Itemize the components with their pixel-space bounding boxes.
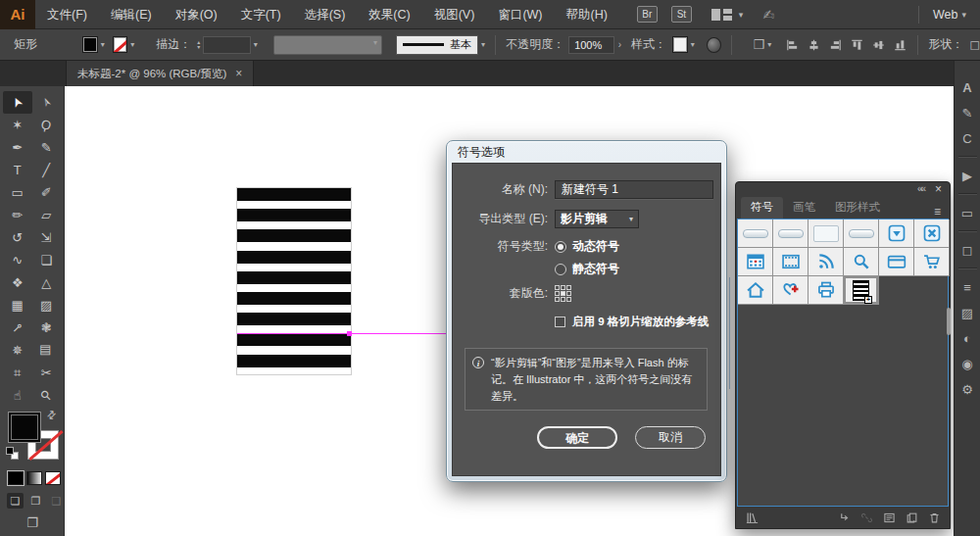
menu-对象[interactable]: 对象(O) (164, 0, 229, 29)
close-tab-icon[interactable]: × (235, 67, 242, 80)
symbol-credit-card[interactable] (879, 248, 914, 276)
panel-tab-符号[interactable]: 符号 (741, 197, 783, 219)
hand-tool[interactable]: ☝ (3, 384, 32, 407)
menu-文字[interactable]: 文字(T) (229, 0, 293, 29)
nine-slice-checkbox[interactable] (555, 317, 565, 327)
gradient-button[interactable] (26, 471, 42, 485)
dock-color-guide-icon[interactable]: C (955, 125, 980, 151)
symbol-new-symbol-stripes[interactable]: + (844, 276, 879, 305)
none-button[interactable] (45, 471, 61, 485)
zoom-tool[interactable]: ⚲ (32, 384, 62, 407)
dock-settings-icon[interactable]: ⚙ (955, 376, 980, 402)
selection-tool[interactable]: ➤ (3, 91, 32, 114)
symbol-shopping-cart[interactable] (914, 248, 950, 276)
symbol-bar-button-3[interactable] (844, 219, 879, 248)
striped-artwork[interactable] (237, 188, 351, 374)
width-tool[interactable]: ∿ (3, 249, 32, 271)
align-left-icon[interactable] (785, 38, 800, 52)
symbol-calendar[interactable] (738, 248, 773, 276)
rotate-tool[interactable]: ↺ (3, 226, 32, 249)
opacity-field[interactable]: 100% (568, 36, 614, 54)
direct-selection-tool[interactable]: ➢ (32, 91, 62, 114)
blend-tool[interactable]: ❃ (32, 317, 62, 339)
dock-symbols-panel-icon[interactable]: ◉ (955, 351, 980, 376)
menu-效果[interactable]: 效果(C) (357, 0, 421, 29)
default-fill-stroke-icon[interactable] (6, 447, 19, 460)
symbol-dropdown-button[interactable] (879, 219, 914, 248)
line-segment-tool[interactable]: ╱ (32, 159, 62, 181)
align-bottom-icon[interactable] (893, 38, 907, 52)
align-right-icon[interactable] (828, 38, 843, 52)
delete-symbol-icon[interactable] (928, 512, 941, 524)
style-swatch[interactable] (672, 36, 688, 53)
stock-button[interactable]: St (671, 6, 692, 23)
symbol-options-icon[interactable] (883, 512, 896, 524)
curvature-tool[interactable]: ✎ (32, 136, 62, 159)
dock-appearance-panel-icon[interactable]: ◐ (955, 325, 980, 351)
panel-tab-画笔[interactable]: 画笔 (783, 197, 825, 219)
symbol-home[interactable] (738, 276, 773, 305)
panel-tab-图形样式[interactable]: 图形样式 (825, 197, 890, 219)
scale-tool[interactable]: ⇲ (32, 226, 62, 249)
type-tool[interactable]: T (3, 159, 32, 181)
eraser-tool[interactable]: ▱ (32, 204, 62, 226)
stroke-stepper[interactable]: ▴▾ (197, 40, 200, 50)
width-profile-dropdown[interactable] (273, 35, 382, 55)
align-center-icon[interactable] (807, 38, 821, 52)
draw-behind-mode[interactable]: ❐ (27, 493, 44, 509)
shape-widget-icon[interactable]: ◻ (969, 37, 980, 52)
dock-artboard-panel-icon[interactable]: ▭ (955, 200, 980, 225)
column-graph-tool[interactable]: ▥ (32, 339, 62, 362)
menu-帮助[interactable]: 帮助(H) (555, 0, 619, 29)
symbol-bar-button-2[interactable] (773, 219, 808, 248)
eyedropper-tool[interactable]: ⊸ (3, 317, 32, 339)
align-middle-icon[interactable] (871, 38, 886, 52)
bridge-button[interactable]: Br (637, 6, 658, 23)
dynamic-symbol-radio[interactable] (555, 241, 566, 253)
slice-tool[interactable]: ✂ (32, 362, 62, 384)
new-symbol-icon[interactable] (906, 512, 918, 524)
static-symbol-radio[interactable] (555, 264, 566, 275)
draw-normal-mode[interactable]: ❏ (7, 493, 24, 509)
shape-properties-icon[interactable]: ❒ (754, 37, 765, 52)
symbol-sprayer-tool[interactable]: ✵ (3, 339, 32, 362)
symbol-panel-rect[interactable] (808, 219, 844, 248)
symbol-printer[interactable] (808, 276, 844, 305)
dock-stroke-panel-icon[interactable]: ≡ (955, 274, 980, 300)
export-type-dropdown[interactable]: 影片剪辑▾ (555, 210, 639, 228)
menu-视图[interactable]: 视图(V) (422, 0, 487, 29)
opacity-expand-arrow[interactable]: › (618, 39, 621, 50)
dialog-title[interactable]: 符号选项 (447, 141, 726, 162)
shaper-tool[interactable]: ✏ (3, 204, 32, 226)
workspace-switcher[interactable]: Web (933, 8, 957, 22)
shape-builder-tool[interactable]: ❖ (3, 271, 32, 294)
share-feedback-icon[interactable]: ✍ (762, 7, 774, 23)
dock-gradient-panel-icon[interactable]: ▨ (955, 300, 980, 325)
pen-tool[interactable]: ✒ (3, 136, 32, 159)
perspective-grid-tool[interactable]: △ (32, 271, 62, 294)
brush-definition-dropdown[interactable]: 基本 (396, 35, 478, 55)
layout-switcher-icon[interactable]: ▾ (711, 9, 744, 21)
registration-point-selector[interactable] (555, 285, 571, 302)
menu-编辑[interactable]: 编辑(E) (99, 0, 164, 29)
document-tab[interactable]: 未标题-2* @ 96% (RGB/预览) × (66, 61, 254, 86)
stroke-weight-field[interactable] (203, 36, 250, 54)
symbol-search[interactable] (844, 248, 879, 276)
screen-mode-button[interactable]: ❐ (0, 515, 65, 530)
menu-文件[interactable]: 文件(F) (35, 0, 99, 29)
library-icon[interactable] (745, 511, 760, 525)
dock-swatches-icon[interactable]: ✎ (955, 100, 980, 125)
fill-color-swatch[interactable] (82, 36, 98, 53)
paintbrush-tool[interactable]: ✐ (32, 181, 62, 204)
symbol-bar-button-1[interactable] (738, 219, 773, 248)
dock-actions-icon[interactable]: ▶ (955, 163, 980, 188)
rectangle-tool[interactable]: ▭ (3, 181, 32, 204)
recolor-artwork-icon[interactable] (707, 37, 721, 53)
free-transform-tool[interactable]: ❏ (32, 249, 62, 271)
lasso-tool[interactable]: Ϙ (32, 114, 62, 136)
symbol-filmstrip[interactable] (773, 248, 808, 276)
collapse-panel-icon[interactable]: «« (917, 183, 924, 194)
symbol-rss[interactable] (808, 248, 844, 276)
symbol-close-button[interactable] (914, 219, 950, 248)
swap-fill-stroke-icon[interactable]: ⇄ (44, 408, 60, 423)
